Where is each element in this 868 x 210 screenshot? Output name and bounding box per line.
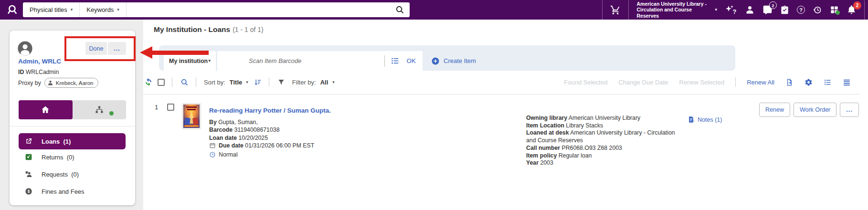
search-input[interactable]	[127, 2, 390, 17]
divider	[735, 77, 736, 87]
notifications-badge: 2	[853, 1, 861, 10]
call-number-field: Call number PR6068.O93 Z68 2003	[526, 145, 686, 152]
cart-icon[interactable]	[610, 5, 621, 15]
work-order-button[interactable]: Work Order	[794, 103, 836, 117]
history-icon[interactable]	[813, 5, 822, 15]
fines-icon: $	[25, 188, 32, 195]
scan-item-barcode-input[interactable]	[217, 51, 384, 71]
ok-button[interactable]: OK	[404, 57, 423, 64]
chat-badge: 2	[769, 1, 777, 9]
search-icon[interactable]	[390, 5, 410, 14]
annotation-arrow	[151, 51, 209, 55]
loan-details-right: Owning library American University Libra…	[526, 115, 686, 167]
sort-by-dropdown[interactable]: Title	[230, 79, 243, 86]
sidebar-item-label: Loans (1)	[42, 138, 71, 145]
institution-status-dot	[109, 111, 114, 116]
row-index: 1	[155, 104, 158, 111]
scan-item-bar: My institution ▾ OK Create Item	[159, 45, 735, 71]
loan-title-link[interactable]: Re-reading Harry Potter / Suman Gupta.	[209, 107, 331, 114]
select-all-checkbox[interactable]	[158, 79, 165, 86]
user-menu-icon[interactable]	[745, 5, 755, 15]
barcode-list-icon[interactable]	[385, 56, 404, 65]
home-view-tab[interactable]	[19, 100, 73, 119]
alma-logo-icon[interactable]	[6, 3, 19, 17]
sort-direction-icon[interactable]	[254, 78, 262, 86]
book-cover-thumbnail	[182, 104, 201, 129]
sidebar-item-requests[interactable]: Requests (0)	[19, 169, 79, 179]
by-field: By Gupta, Suman,	[209, 118, 367, 126]
patron-id: ID WRLCadmin	[18, 69, 59, 75]
loan-status-field: Normal	[209, 151, 367, 160]
gear-icon[interactable]	[804, 78, 813, 86]
notifications-bell-icon[interactable]: 2	[847, 5, 857, 15]
search-type-label: Keywords	[86, 6, 114, 13]
svg-text:?: ?	[733, 8, 737, 15]
apps-grid-icon[interactable]	[830, 5, 839, 14]
avatar	[17, 41, 33, 58]
patron-name-link[interactable]: Admin, WRLC	[18, 58, 61, 65]
export-icon[interactable]	[785, 78, 794, 86]
sidebar-item-loans[interactable]: Loans (1)	[19, 133, 126, 149]
loans-icon	[25, 137, 32, 145]
tasks-clipboard-icon[interactable]	[780, 5, 789, 14]
divider	[269, 77, 269, 87]
notes-label: Notes (1)	[698, 116, 722, 123]
annotation-arrow-head	[140, 46, 152, 59]
institution-view-tab[interactable]	[73, 100, 127, 119]
chevron-down-icon: ▾	[117, 8, 119, 12]
sidebar-item-returns[interactable]: Returns (0)	[19, 152, 74, 162]
org-hierarchy-icon	[95, 105, 104, 115]
proxy-user-name: Krebeck, Aaron	[56, 80, 94, 86]
chevron-down-icon: ▾	[208, 59, 211, 63]
manage-columns-icon[interactable]	[824, 78, 832, 86]
notes-icon	[688, 116, 695, 123]
chevron-down-icon: ▾	[246, 80, 248, 84]
notes-link[interactable]: Notes (1)	[688, 116, 722, 123]
person-icon	[47, 80, 53, 86]
requests-icon	[25, 170, 32, 178]
proxy-user-chip[interactable]: Krebeck, Aaron	[44, 78, 99, 88]
divider	[602, 0, 603, 20]
patron-id-value: WRLCadmin	[26, 69, 59, 75]
filter-by-dropdown[interactable]: All	[320, 79, 328, 86]
barcode-field: Barcode 31194008671038	[209, 126, 367, 134]
divider	[10, 126, 135, 126]
ai-assistant-icon[interactable]: ?	[725, 4, 737, 16]
patron-id-label: ID	[18, 69, 24, 75]
row-checkbox[interactable]	[167, 104, 174, 111]
sidebar-item-label: Fines and Fees	[42, 188, 85, 195]
renew-button[interactable]: Renew	[759, 103, 790, 117]
owning-library-field: Owning library American University Libra…	[526, 115, 686, 122]
loan-details-left: By Gupta, Suman, Barcode 31194008671038 …	[209, 118, 367, 160]
search-type-dropdown[interactable]: Keywords ▾	[80, 2, 126, 17]
plus-circle-icon	[431, 57, 440, 65]
annotation-highlight-rectangle	[64, 36, 136, 61]
display-density-icon[interactable]	[843, 78, 851, 86]
help-icon[interactable]: ?	[797, 6, 805, 14]
loaned-at-desk-field: Loaned at desk American University Libra…	[526, 129, 686, 144]
proxy-label: Proxy by	[18, 80, 41, 86]
item-policy-field: Item policy Regular loan	[526, 152, 686, 160]
row-more-actions-button[interactable]: ...	[840, 103, 858, 117]
renew-selected-button: Renew Selected	[679, 79, 725, 86]
current-location-dropdown[interactable]: American University Library - Circulatio…	[636, 1, 717, 19]
chat-icon[interactable]: 2	[762, 5, 773, 15]
renew-all-button[interactable]: Renew All	[747, 79, 774, 86]
list-search-icon[interactable]	[180, 78, 189, 86]
divider	[143, 94, 859, 94]
create-item-button[interactable]: Create Item	[431, 51, 476, 71]
filter-funnel-icon[interactable]	[277, 78, 285, 86]
divider	[628, 0, 629, 20]
year-field: Year 2003	[526, 159, 686, 167]
list-actions: Found Selected Change Due Date Renew Sel…	[564, 74, 851, 90]
search-scope-dropdown[interactable]: Physical titles ▾	[23, 2, 79, 17]
refresh-icon[interactable]	[144, 78, 153, 86]
sidebar-item-fines[interactable]: $ Fines and Fees	[19, 187, 85, 196]
change-due-date-button: Change Due Date	[618, 79, 668, 86]
page-title: My Institution - Loans(1 - 1 of 1)	[154, 25, 264, 34]
filter-by-label: Filter by:	[292, 79, 316, 86]
returns-icon	[25, 153, 32, 161]
patron-view-toggle	[19, 100, 126, 119]
create-item-label: Create Item	[444, 57, 476, 64]
scan-scope-label: My institution	[169, 58, 208, 64]
